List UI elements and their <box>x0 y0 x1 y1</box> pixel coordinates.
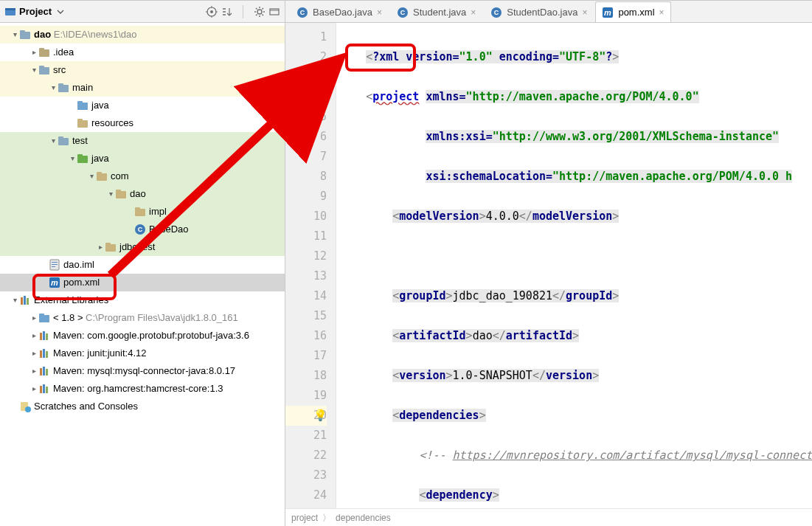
svg-line-15 <box>256 14 257 15</box>
tree-item[interactable]: ▾java <box>0 150 285 167</box>
tree-item[interactable]: dao.iml <box>0 256 285 274</box>
project-view-icon <box>4 6 16 18</box>
svg-text:m: m <box>605 8 612 17</box>
svg-rect-44 <box>105 243 111 246</box>
svg-rect-26 <box>58 83 63 86</box>
svg-point-69 <box>25 406 31 412</box>
close-icon[interactable]: × <box>659 7 664 18</box>
svg-rect-60 <box>43 349 45 358</box>
tab-student[interactable]: CStudent.java× <box>390 1 482 22</box>
svg-rect-61 <box>46 351 48 358</box>
svg-text:C: C <box>494 9 499 16</box>
svg-rect-67 <box>46 387 48 393</box>
gear-icon[interactable] <box>254 6 266 18</box>
svg-rect-20 <box>20 30 25 33</box>
tree-item[interactable]: ▸Maven: mysql:mysql-connector-java:8.0.1… <box>0 362 285 380</box>
svg-rect-57 <box>43 331 45 340</box>
svg-rect-46 <box>52 262 58 263</box>
tree-item[interactable]: ▸Maven: org.hamcrest:hamcrest-core:1.3 <box>0 380 285 398</box>
svg-rect-47 <box>52 264 58 265</box>
svg-rect-58 <box>46 333 48 340</box>
tree-item[interactable]: resources <box>0 114 285 132</box>
svg-rect-40 <box>135 207 140 210</box>
tree-item[interactable]: ▾External Libraries <box>0 291 285 309</box>
svg-point-8 <box>257 10 262 14</box>
collapse-tree-icon[interactable] <box>221 6 232 18</box>
tree-item[interactable]: java <box>0 97 285 114</box>
tab-studentdao[interactable]: CStudentDao.java× <box>484 1 594 22</box>
project-label[interactable]: Project <box>19 6 52 17</box>
editor-breadcrumb: project〉dependencies <box>285 508 812 526</box>
svg-text:C: C <box>138 226 143 233</box>
code-area[interactable]: <?xml version="1.0" encoding="UTF-8"?> <… <box>336 23 812 508</box>
svg-rect-17 <box>270 9 279 15</box>
svg-rect-66 <box>43 384 45 393</box>
dropdown-icon[interactable] <box>55 6 66 18</box>
svg-text:C: C <box>300 9 305 16</box>
svg-rect-32 <box>58 136 63 139</box>
svg-rect-38 <box>116 190 121 193</box>
svg-rect-59 <box>40 350 42 358</box>
tree-item[interactable]: impl <box>0 203 285 221</box>
project-tree[interactable]: ▾dao E:\IDEA\news1\dao ▸.idea ▾src ▾main… <box>0 23 285 526</box>
code-editor[interactable]: 12345 678910 1112131415 16171819 20 2122… <box>285 23 812 508</box>
editor-tab-bar: CBaseDao.java× CStudent.java× CStudentDa… <box>285 1 812 23</box>
svg-rect-22 <box>39 48 44 51</box>
svg-point-3 <box>210 10 213 13</box>
tree-item[interactable]: ▾main <box>0 79 285 97</box>
tree-item[interactable]: ▾src <box>0 61 285 79</box>
tab-pom[interactable]: mpom.xml× <box>595 1 670 22</box>
project-toolbar: Project <box>0 1 285 23</box>
lightbulb-icon[interactable]: 💡 <box>313 406 327 426</box>
tab-basedao[interactable]: CBaseDao.java× <box>290 1 389 22</box>
tree-item[interactable]: ▾com <box>0 167 285 185</box>
tree-item[interactable]: ▸Maven: junit:junit:4.12 <box>0 345 285 362</box>
tree-item[interactable]: ▸.idea <box>0 44 285 61</box>
svg-rect-53 <box>27 298 29 305</box>
svg-rect-36 <box>97 172 102 175</box>
svg-line-13 <box>256 8 257 10</box>
svg-line-16 <box>263 8 264 10</box>
svg-text:C: C <box>400 9 406 16</box>
svg-rect-1 <box>5 8 15 10</box>
svg-rect-64 <box>46 369 48 376</box>
tree-item[interactable]: ▸jdbc.test <box>0 238 285 256</box>
tree-root[interactable]: ▾dao E:\IDEA\news1\dao <box>0 26 285 44</box>
svg-rect-56 <box>40 333 42 340</box>
tree-item[interactable]: ▸Maven: com.google.protobuf:protobuf-jav… <box>0 327 285 345</box>
hide-panel-icon[interactable] <box>268 6 280 18</box>
tree-item[interactable]: ▾dao <box>0 185 285 203</box>
tree-item[interactable]: ▸< 1.8 > C:\Program Files\Java\jdk1.8.0_… <box>0 309 285 327</box>
svg-rect-24 <box>39 66 44 69</box>
close-icon[interactable]: × <box>582 7 587 18</box>
svg-rect-52 <box>24 296 26 305</box>
svg-text:m: m <box>51 278 58 287</box>
svg-rect-48 <box>52 266 55 267</box>
svg-rect-55 <box>39 314 44 316</box>
svg-rect-34 <box>77 154 83 157</box>
svg-rect-62 <box>40 368 42 376</box>
svg-rect-30 <box>77 119 83 122</box>
tree-item[interactable]: CBaseDao <box>0 221 285 238</box>
gutter: 12345 678910 1112131415 16171819 20 2122… <box>285 23 336 508</box>
svg-rect-65 <box>40 386 42 393</box>
tree-item[interactable]: Scratches and Consoles <box>0 398 285 415</box>
svg-rect-28 <box>77 101 83 104</box>
tree-item[interactable]: ▾test <box>0 132 285 150</box>
close-icon[interactable]: × <box>471 7 476 18</box>
tree-item-pom[interactable]: mpom.xml <box>0 274 285 291</box>
svg-rect-51 <box>21 297 23 305</box>
target-icon[interactable] <box>206 6 218 18</box>
close-icon[interactable]: × <box>377 7 382 18</box>
svg-line-14 <box>263 14 264 15</box>
svg-rect-63 <box>43 367 45 376</box>
